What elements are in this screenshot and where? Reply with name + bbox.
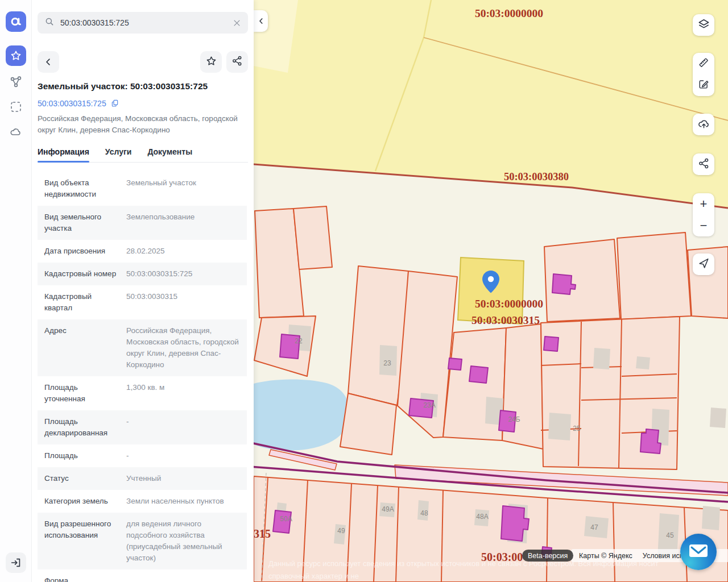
info-row: Кадастровый номер50:03:0030315:725	[38, 263, 247, 285]
info-row-label: Адрес	[44, 325, 119, 371]
favorite-button[interactable]	[200, 51, 222, 73]
copy-icon[interactable]	[110, 99, 119, 108]
info-row: Площадь декларированная-	[38, 410, 247, 444]
layers-button[interactable]	[693, 14, 714, 36]
info-row: Вид объекта недвижимостиЗемельный участо…	[38, 172, 247, 206]
info-row-label: Статус	[44, 473, 119, 484]
dashed-square-icon	[9, 100, 23, 114]
info-row-value	[119, 575, 240, 582]
collapse-panel-button[interactable]	[254, 10, 268, 32]
info-row-value: -	[119, 450, 240, 462]
beta-badge: Beta-версия	[522, 550, 573, 562]
panel-header	[38, 51, 248, 73]
share-icon	[698, 157, 710, 172]
edit-button[interactable]	[693, 74, 714, 96]
quarter-label: 315	[254, 527, 271, 540]
info-row-value: Российская Федерация, Московская область…	[119, 325, 240, 371]
info-row-label: Категория земель	[44, 496, 119, 507]
info-row: Вид земельного участкаЗемлепользование	[38, 206, 247, 240]
sidebar-item-cloud[interactable]	[6, 122, 26, 142]
zoom-control: + −	[693, 193, 714, 236]
info-row-label: Вид разрешенного использования	[44, 518, 119, 564]
quarter-label: 50:03:0030380	[504, 171, 569, 182]
info-row-value: Земли населенных пунктов	[119, 496, 240, 507]
zoom-in-button[interactable]: +	[693, 193, 714, 215]
app-logo[interactable]	[6, 11, 26, 32]
locate-button[interactable]	[693, 253, 714, 275]
chat-button[interactable]	[680, 534, 717, 570]
search-bar[interactable]	[38, 12, 248, 34]
sidebar-item-select-area[interactable]	[6, 97, 26, 117]
search-input[interactable]	[60, 18, 233, 27]
navigate-arrow-icon	[697, 257, 710, 272]
clear-search-icon[interactable]	[233, 19, 241, 27]
info-row: АдресРоссийская Федерация, Московская об…	[38, 319, 247, 376]
building-label: 45	[666, 531, 674, 539]
page-title: Земельный участок: 50:03:0030315:725	[38, 81, 248, 92]
building-label: 48А	[476, 513, 488, 521]
building-label: 49А	[382, 505, 394, 513]
tab-information[interactable]: Информация	[38, 144, 89, 162]
object-address: Российская Федерация, Московская область…	[38, 113, 248, 136]
ruler-button[interactable]	[693, 53, 714, 74]
info-row: Площадь-	[38, 444, 247, 467]
measure-edit-control	[693, 53, 714, 96]
info-row-value: 50:03:0030315:725	[119, 268, 240, 280]
building-label: 48	[420, 509, 428, 517]
tab-bar: ИнформацияУслугиДокументы	[38, 144, 248, 163]
info-row-value: -	[119, 416, 240, 439]
tab-services[interactable]: Услуги	[105, 144, 132, 162]
info-row: СтатусУчтенный	[38, 467, 247, 490]
plus-icon: +	[700, 198, 708, 210]
cloud-upload-icon	[697, 117, 710, 132]
object-panel: Земельный участок: 50:03:0030315:725 50:…	[32, 0, 254, 582]
info-row-label: Площадь декларированная	[44, 416, 119, 439]
info-row-value: для ведения личного подсобного хозяйства…	[119, 518, 240, 564]
minus-icon: −	[700, 219, 708, 232]
quarter-label: 50:03:0000000	[475, 298, 543, 310]
info-row-value: Землепользование	[119, 211, 240, 234]
share-icon	[231, 55, 243, 69]
quarter-label: 50:03:0000000	[475, 7, 543, 19]
info-table: Вид объекта недвижимостиЗемельный участо…	[38, 172, 247, 582]
info-row: Форма	[38, 569, 247, 582]
zoom-out-button[interactable]: −	[693, 215, 714, 236]
layers-control	[693, 14, 714, 36]
info-row-value: Земельный участок	[119, 177, 240, 200]
info-row-label: Площадь	[44, 450, 119, 462]
star-icon	[205, 55, 217, 69]
back-button[interactable]	[38, 51, 59, 73]
info-row-value: 50:03:0030315	[119, 291, 240, 314]
share-map-control	[693, 153, 714, 175]
info-row: Кадастровый квартал50:03:0030315	[38, 285, 247, 319]
cadastral-number-link[interactable]: 50:03:0030315:725	[38, 99, 106, 108]
info-row-value: 28.02.2025	[119, 246, 240, 257]
tab-documents[interactable]: Документы	[147, 144, 192, 162]
icon-rail	[0, 0, 32, 582]
sidebar-item-analysis[interactable]	[6, 72, 26, 92]
cadastral-link-row: 50:03:0030315:725	[38, 99, 248, 108]
app-root: Земельный участок: 50:03:0030315:725 50:…	[0, 0, 728, 582]
info-row-label: Вид земельного участка	[44, 211, 119, 234]
upload-control	[693, 114, 714, 135]
info-row-label: Дата присвоения	[44, 246, 119, 257]
graph-nodes-icon	[9, 75, 23, 89]
sidebar-item-favorites[interactable]	[6, 45, 26, 66]
info-row-value: 1,300 кв. м	[119, 382, 240, 405]
share-map-button[interactable]	[693, 153, 714, 175]
building-label: 23	[383, 359, 391, 367]
upload-button[interactable]	[693, 114, 714, 135]
locate-control	[693, 253, 714, 275]
building-label: 50А	[280, 515, 292, 523]
share-button[interactable]	[226, 51, 248, 73]
edit-icon	[697, 78, 710, 93]
ruler-icon	[697, 56, 710, 71]
envelope-icon	[689, 543, 708, 561]
building-label: 23А	[423, 401, 435, 409]
logo-a-icon	[9, 15, 23, 28]
info-row-label: Вид объекта недвижимости	[44, 177, 119, 200]
sidebar-item-sign-in[interactable]	[6, 552, 26, 573]
map-canvas[interactable]: 222323А24Б2550А49А4848А494745 50:03:0000…	[254, 0, 728, 582]
info-row-label: Кадастровый номер	[44, 268, 119, 280]
info-row-label: Площадь уточненная	[44, 382, 119, 405]
